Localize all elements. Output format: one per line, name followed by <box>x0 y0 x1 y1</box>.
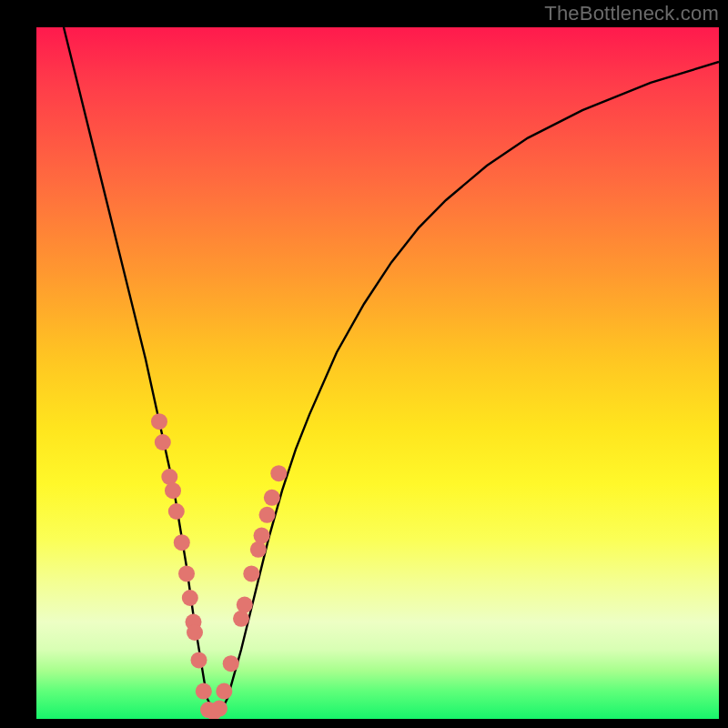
data-dot <box>155 434 171 450</box>
data-dot <box>270 465 287 481</box>
data-dot <box>223 655 239 672</box>
plot-area <box>36 27 719 719</box>
data-dot <box>161 469 177 485</box>
data-dot <box>165 482 181 499</box>
chart-svg <box>36 27 719 719</box>
outer-frame: TheBottleneck.com <box>0 0 728 728</box>
data-dot <box>250 541 267 558</box>
data-dot <box>196 683 212 700</box>
data-dots <box>151 413 287 719</box>
data-dot <box>168 503 185 520</box>
data-dot <box>191 652 207 668</box>
data-dot <box>182 590 198 606</box>
data-dot <box>216 683 232 700</box>
data-dot <box>259 507 276 523</box>
data-dot <box>187 624 203 641</box>
data-dot <box>174 534 190 551</box>
data-dot <box>233 611 249 627</box>
watermark-text: TheBottleneck.com <box>544 2 719 25</box>
data-dot <box>237 597 253 613</box>
data-dot <box>151 413 167 430</box>
data-dot <box>264 490 280 506</box>
bottleneck-curve <box>64 27 719 712</box>
data-dot <box>178 565 195 581</box>
data-dot <box>254 528 270 544</box>
data-dot <box>211 701 228 717</box>
data-dot <box>243 565 259 581</box>
